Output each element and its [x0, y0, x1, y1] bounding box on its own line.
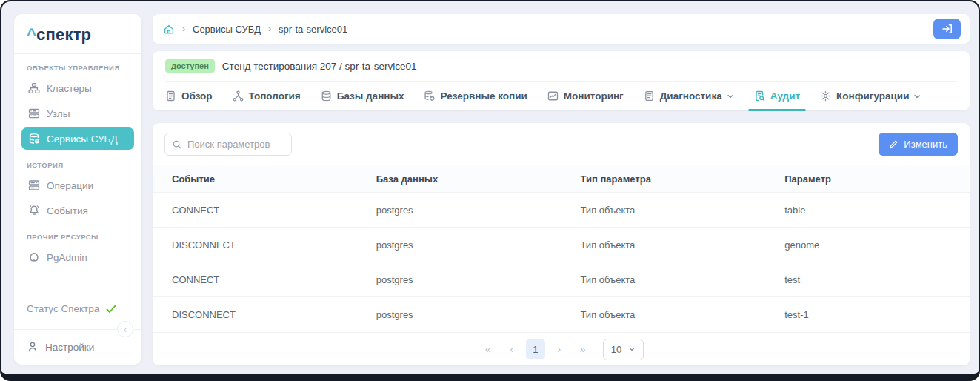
- edit-button-label: Изменить: [904, 139, 947, 150]
- table-header-row: Событие База данных Тип параметра Параме…: [153, 165, 970, 192]
- tab-configurations[interactable]: Конфигурации: [820, 82, 921, 110]
- cell-event: CONNECT: [153, 274, 357, 285]
- home-icon[interactable]: [163, 23, 175, 35]
- search-icon: [172, 139, 182, 150]
- bell-icon: [28, 205, 40, 216]
- sidebar-section-objects: ОБЪЕКТЫ УПРАВЛЕНИЯ: [14, 54, 141, 76]
- sidebar-divider: ‹: [14, 329, 141, 330]
- tab-label: Топология: [249, 90, 301, 102]
- sidebar-item-label: Сервисы СУБД: [47, 133, 118, 145]
- chevron-down-icon: [628, 345, 636, 353]
- status-badge: доступен: [165, 59, 215, 73]
- pagination-prev-button[interactable]: ‹: [502, 339, 521, 359]
- cell-param-type: Тип объекта: [561, 205, 766, 216]
- tab-audit[interactable]: Аудит: [754, 82, 800, 110]
- chart-icon: [547, 90, 559, 102]
- status-label: Статус Спектра: [27, 303, 99, 314]
- cell-param: test-1: [765, 309, 970, 320]
- sidebar-item-events[interactable]: События: [21, 199, 134, 222]
- topology-icon: [233, 90, 244, 102]
- table-row[interactable]: DISCONNECT postgres Тип объекта genome: [153, 227, 970, 262]
- person-icon: [27, 341, 39, 353]
- cell-param-type: Тип объекта: [561, 309, 766, 320]
- audit-table-card: Изменить Событие База данных Тип парамет…: [153, 123, 970, 365]
- sidebar-item-label: PgAdmin: [47, 252, 87, 263]
- column-header-database: База данных: [357, 173, 561, 185]
- chevron-right-icon: ›: [182, 24, 185, 34]
- table-toolbar: Изменить: [153, 123, 970, 165]
- document-icon: [165, 90, 176, 102]
- cell-param: genome: [765, 239, 970, 251]
- tab-label: Обзор: [181, 90, 213, 102]
- nodes-icon: [28, 107, 40, 119]
- breadcrumb-current: spr-ta-service01: [279, 24, 347, 35]
- chevron-right-icon: ›: [268, 24, 271, 34]
- cell-database: postgres: [357, 239, 561, 251]
- cell-event: DISCONNECT: [153, 309, 357, 320]
- gear-icon: [820, 90, 831, 102]
- pagination-next-button[interactable]: ›: [550, 339, 569, 359]
- sidebar-section-other: ПРОЧИЕ РЕСУРСЫ: [14, 223, 141, 245]
- logout-button[interactable]: [933, 19, 961, 39]
- cluster-icon: [28, 82, 40, 94]
- settings-label: Настройки: [45, 342, 94, 353]
- tab-label: Аудит: [770, 90, 800, 102]
- cell-param: test: [765, 274, 970, 285]
- search-box[interactable]: [164, 133, 292, 156]
- column-header-event: Событие: [153, 173, 357, 185]
- breadcrumb-db-services[interactable]: Сервисы СУБД: [193, 24, 261, 35]
- tab-label: Конфигурации: [836, 90, 909, 102]
- app-logo: ^спектр: [14, 14, 141, 54]
- logout-icon: [941, 23, 953, 35]
- cell-param-type: Тип объекта: [561, 274, 766, 285]
- column-header-param: Параметр: [765, 173, 970, 185]
- audit-icon: [754, 90, 765, 102]
- sidebar-section-history: ИСТОРИЯ: [14, 151, 141, 173]
- cell-event: CONNECT: [153, 205, 357, 216]
- cell-database: postgres: [357, 205, 561, 216]
- tab-diagnostics[interactable]: Диагностика: [644, 82, 734, 110]
- table-row[interactable]: CONNECT postgres Тип объекта test: [153, 262, 970, 296]
- table-row[interactable]: DISCONNECT postgres Тип объекта test-1: [153, 296, 970, 331]
- cell-param-type: Тип объекта: [561, 239, 766, 251]
- cell-database: postgres: [357, 309, 561, 320]
- tab-topology[interactable]: Топология: [233, 82, 301, 110]
- page-size-value: 10: [611, 344, 621, 355]
- pencil-icon: [889, 139, 899, 149]
- page-size-select[interactable]: 10: [603, 339, 644, 360]
- tab-overview[interactable]: Обзор: [165, 82, 213, 110]
- pagination-first-button[interactable]: «: [479, 339, 498, 359]
- tab-label: Резервные копии: [440, 90, 527, 102]
- sidebar-item-clusters[interactable]: Кластеры: [21, 77, 134, 99]
- cell-param: table: [765, 205, 970, 216]
- chevron-left-icon: ‹: [124, 325, 127, 334]
- tab-monitoring[interactable]: Мониторинг: [547, 82, 624, 110]
- tab-backups[interactable]: Резервные копии: [424, 82, 527, 110]
- sidebar-item-operations[interactable]: Операции: [21, 174, 134, 196]
- sidebar-collapse-button[interactable]: ‹: [117, 321, 133, 337]
- logo-caret: ^: [27, 25, 36, 44]
- sidebar-item-db-services[interactable]: Сервисы СУБД: [21, 127, 134, 150]
- breadcrumb: › Сервисы СУБД › spr-ta-service01: [153, 14, 970, 44]
- tab-bar: Обзор Топология Базы данных Резервные ко…: [165, 81, 957, 110]
- book-icon: [644, 90, 655, 102]
- table-row[interactable]: CONNECT postgres Тип объекта table: [153, 192, 970, 227]
- search-input[interactable]: [187, 139, 284, 150]
- service-title-row: доступен Стенд тестирования 207 / spr-ta…: [165, 51, 957, 81]
- app-window: ^спектр ОБЪЕКТЫ УПРАВЛЕНИЯ Кластеры Узлы…: [0, 0, 980, 381]
- tab-label: Мониторинг: [564, 90, 624, 102]
- tab-databases[interactable]: Базы данных: [321, 82, 404, 110]
- cell-database: postgres: [357, 274, 561, 285]
- service-title: Стенд тестирования 207 / spr-ta-service0…: [222, 61, 417, 72]
- chevron-down-icon: [913, 93, 921, 100]
- pagination-current-page[interactable]: 1: [526, 339, 545, 359]
- status-check-icon: [106, 305, 116, 314]
- tab-label: Диагностика: [660, 90, 722, 102]
- sidebar-item-label: Узлы: [47, 108, 70, 119]
- sidebar-item-pgadmin[interactable]: PgAdmin: [21, 246, 134, 268]
- sidebar-item-nodes[interactable]: Узлы: [21, 102, 134, 125]
- pagination-last-button[interactable]: »: [573, 339, 593, 359]
- pagination: « ‹ 1 › » 10: [153, 332, 970, 365]
- sidebar: ^спектр ОБЪЕКТЫ УПРАВЛЕНИЯ Кластеры Узлы…: [14, 14, 141, 365]
- edit-button[interactable]: Изменить: [879, 133, 958, 156]
